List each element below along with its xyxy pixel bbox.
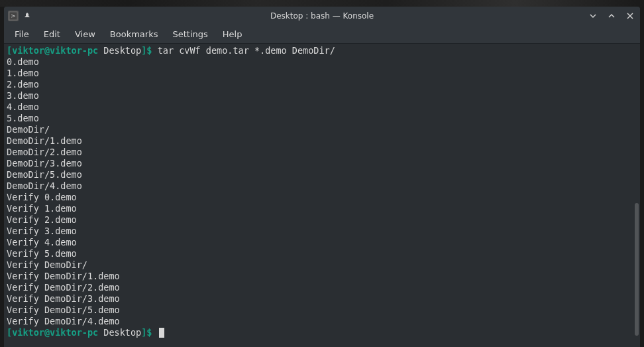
output-line: Verify DemoDir/1.demo [7,271,637,282]
output-line: Verify 3.demo [7,226,637,237]
output-line: Verify 4.demo [7,237,637,248]
minimize-button[interactable] [587,10,599,22]
output-line: Verify DemoDir/3.demo [7,293,637,305]
output-line: 2.demo [7,79,637,90]
menu-edit[interactable]: Edit [37,27,67,42]
menubar: File Edit View Bookmarks Settings Help [4,25,640,44]
output-line: Verify DemoDir/ [7,259,637,271]
window-title: Desktop : bash — Konsole [270,11,374,21]
window-controls [587,10,636,22]
pin-icon[interactable] [23,11,32,21]
terminal-content: [viktor@viktor-pc Desktop]$ tar cvWf dem… [7,45,637,338]
output-line: 1.demo [7,68,637,79]
menu-file[interactable]: File [8,27,36,42]
output-line: Verify DemoDir/4.demo [7,316,637,327]
prompt-user-host: viktor@viktor-pc [12,45,98,56]
cursor [159,328,164,338]
maximize-button[interactable] [606,10,617,22]
titlebar[interactable]: > Desktop : bash — Konsole [4,7,640,25]
terminal-area[interactable]: [viktor@viktor-pc Desktop]$ tar cvWf dem… [4,44,640,347]
output-line: 5.demo [7,113,637,124]
prompt-symbol: $ [146,327,152,338]
titlebar-left: > [8,11,32,21]
prompt-symbol: $ [146,45,152,56]
output-line: Verify 2.demo [7,214,637,226]
prompt-user-host: viktor@viktor-pc [12,327,98,338]
output-line: 4.demo [7,102,637,113]
close-button[interactable] [624,10,636,22]
command-text: tar cvWf demo.tar *.demo DemoDir/ [152,45,335,56]
output-line: DemoDir/5.demo [7,169,637,180]
output-line: 3.demo [7,90,637,102]
output-line: Verify 0.demo [7,192,637,203]
scrollbar[interactable] [635,203,639,336]
prompt-cwd: Desktop [98,45,141,56]
svg-text:>: > [11,13,16,19]
output-line: DemoDir/ [7,124,637,135]
menu-view[interactable]: View [68,27,102,42]
output-line: DemoDir/1.demo [7,135,637,147]
desktop-background [0,0,644,7]
output-line: DemoDir/3.demo [7,158,637,169]
output-line: Verify 1.demo [7,203,637,214]
output-line: 0.demo [7,56,637,68]
output-line: DemoDir/4.demo [7,180,637,192]
prompt-bracket-open: [ [7,327,12,338]
menu-help[interactable]: Help [216,27,249,42]
konsole-window: > Desktop : bash — Konsole File Edit Vie… [4,7,640,347]
output-line: Verify DemoDir/5.demo [7,305,637,316]
output-line: Verify 5.demo [7,248,637,259]
output-line: Verify DemoDir/2.demo [7,282,637,293]
menu-settings[interactable]: Settings [166,27,214,42]
prompt-bracket-open: [ [7,45,12,56]
app-icon: > [8,11,19,21]
prompt-cwd: Desktop [98,327,141,338]
menu-bookmarks[interactable]: Bookmarks [103,27,165,42]
output-line: DemoDir/2.demo [7,147,637,158]
